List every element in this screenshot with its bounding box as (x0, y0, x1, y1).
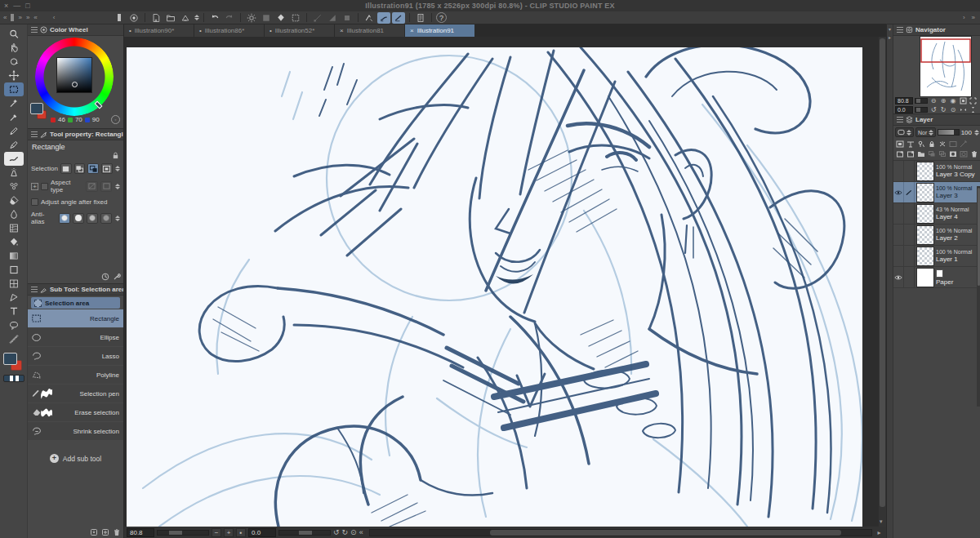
vertical-scroll-thumb[interactable] (880, 38, 885, 507)
expand-nav-icon[interactable]: ▸ (889, 34, 891, 40)
antialias-none-icon[interactable] (59, 213, 70, 224)
panel-menu-icon[interactable] (31, 131, 38, 137)
selection-new-icon[interactable] (60, 163, 72, 174)
layer-row-layer4[interactable]: 43 % NormalLayer 4 (893, 203, 980, 225)
rotation-slider[interactable] (278, 530, 331, 536)
expand-dock-icon[interactable]: » (18, 14, 21, 21)
layer-row-layer3-copy[interactable]: 100 % NormalLayer 3 Copy (893, 161, 980, 182)
visibility-cell[interactable] (893, 246, 904, 266)
new-raster-layer-icon[interactable] (896, 149, 904, 158)
blend-tool-icon[interactable] (4, 207, 24, 221)
layer-thumbnail[interactable] (917, 205, 933, 223)
layer-thumbnail[interactable] (917, 247, 933, 265)
fill-tool-icon[interactable] (4, 235, 24, 249)
fit-screen-button[interactable]: ▪ (236, 528, 246, 537)
visibility-cell[interactable] (893, 161, 904, 181)
selection-area-tool-icon[interactable] (4, 82, 24, 96)
nav-zoom-in-icon[interactable]: ⊕ (939, 96, 947, 104)
navigator-thumbnail[interactable] (920, 37, 971, 96)
opacity-value[interactable]: 100 (961, 129, 972, 136)
subtool-item-rectangle[interactable]: Rectangle (28, 309, 123, 327)
crop-frame-icon[interactable] (289, 12, 302, 24)
visibility-cell[interactable] (893, 267, 904, 287)
eyedropper-tool-icon[interactable] (4, 110, 24, 124)
scroll-down-icon[interactable]: ▾ (880, 518, 883, 525)
snap-grid-icon[interactable] (392, 12, 405, 24)
add-sub-tool-button[interactable]: + Add sub tool (28, 454, 123, 463)
rotate-cw-icon[interactable]: ↻ (342, 528, 349, 537)
tab-illustration90[interactable]: • Illustration90* (124, 24, 194, 37)
selection-subtract-icon[interactable] (87, 163, 99, 174)
nav-zoom-out-icon[interactable]: ⊖ (929, 96, 938, 104)
subtool-item-ellipse[interactable]: Ellipse (28, 328, 123, 346)
sub-tool-group-tab[interactable]: Selection area (31, 297, 120, 309)
collapse-nav-icon[interactable]: ▾ (889, 26, 891, 32)
opacity-stepper[interactable] (973, 127, 979, 137)
subtool-item-selection-pen[interactable]: Selection pen (28, 385, 123, 402)
expand-right-dock-icon[interactable]: » (972, 14, 975, 21)
layer-palette-combo[interactable] (895, 127, 914, 137)
clip-studio-logo-icon[interactable] (127, 12, 140, 24)
saturation-value-square[interactable] (56, 57, 92, 93)
nav-rotate-cw-icon[interactable]: ↻ (939, 105, 947, 113)
zoom-tool-icon[interactable] (4, 27, 24, 41)
export-icon[interactable] (179, 12, 192, 24)
import-subtool-icon[interactable] (90, 528, 98, 536)
snap-ruler-icon[interactable] (363, 12, 376, 24)
nav-zoom-field[interactable]: 80.8 (895, 97, 913, 104)
layer-row-layer1[interactable]: 100 % NormalLayer 1 (893, 246, 980, 267)
export-stepper[interactable] (194, 13, 199, 23)
help-icon[interactable]: ? (436, 12, 447, 23)
tonal-correction-icon[interactable] (906, 140, 915, 148)
flatten-icon[interactable] (938, 149, 947, 158)
nav-rotation-slider[interactable] (915, 107, 928, 113)
horizontal-scroll-thumb[interactable] (490, 530, 841, 536)
rotate-view-tool-icon[interactable] (4, 55, 24, 69)
aspect-stepper[interactable] (114, 181, 120, 191)
new-document-icon[interactable] (149, 12, 163, 24)
nav-zoom-slider[interactable] (915, 98, 928, 104)
canvas-area[interactable]: ▾ (124, 37, 886, 527)
expand-icon[interactable]: + (31, 183, 38, 190)
undo-icon[interactable] (208, 12, 221, 24)
canvas-vertical-scrollbar[interactable]: ▾ (879, 37, 886, 527)
collapse-dock-icon[interactable]: « (3, 14, 7, 21)
color-mode-toggle-icon[interactable]: ◦ (111, 115, 120, 124)
nav-flip-vertical-icon[interactable] (969, 105, 977, 113)
divide-frame-tool-icon[interactable] (4, 277, 24, 291)
panel-menu-icon[interactable] (897, 117, 903, 122)
subtool-item-erase-selection[interactable]: Erase selection (28, 403, 123, 421)
aspect-type-checkbox[interactable] (41, 183, 48, 190)
nav-rotation-field[interactable]: 0.0 (895, 106, 913, 113)
delete-layer-icon[interactable] (970, 149, 978, 158)
antialias-middle-icon[interactable] (87, 213, 98, 224)
new-vector-layer-icon[interactable] (906, 149, 915, 158)
nav-flip-horizontal-icon[interactable] (959, 105, 967, 113)
foreground-color-swatch[interactable] (3, 353, 17, 365)
panel-menu-icon[interactable] (897, 27, 903, 33)
gradient-tool-icon[interactable] (4, 249, 24, 263)
layer-name[interactable]: Layer 2 (936, 234, 980, 242)
subtool-item-lasso[interactable]: Lasso (28, 347, 123, 365)
panel-menu-icon[interactable] (31, 27, 38, 33)
visibility-cell[interactable] (893, 225, 904, 245)
subtool-item-polyline[interactable]: Polyline (28, 366, 123, 384)
liquify-tool-icon[interactable] (4, 221, 24, 235)
deselect-icon[interactable] (245, 12, 258, 24)
close-tab-icon[interactable]: × (340, 27, 344, 34)
tab-illustration86[interactable]: • Illustration86* (194, 24, 265, 37)
decoration-tool-icon[interactable] (4, 180, 24, 193)
text-tool-icon[interactable] (4, 305, 24, 318)
nav-fit-icon[interactable] (959, 96, 967, 104)
draw-color-toggle-icon[interactable] (3, 375, 24, 382)
ruler-tool-icon[interactable] (4, 332, 24, 346)
lock-layer-icon[interactable] (928, 140, 936, 148)
reference-layer-icon[interactable] (917, 140, 925, 148)
nav-rotate-ccw-icon[interactable]: ↺ (929, 105, 938, 113)
auto-select-tool-icon[interactable] (4, 96, 24, 110)
rotate-ccw-icon[interactable]: ↺ (333, 528, 340, 537)
delete-subtool-icon[interactable] (113, 528, 121, 536)
nav-reset-rotation-icon[interactable]: ⊙ (949, 105, 957, 113)
collapse-dock-icon-2[interactable]: « (33, 14, 37, 21)
antialias-weak-icon[interactable] (73, 213, 84, 224)
